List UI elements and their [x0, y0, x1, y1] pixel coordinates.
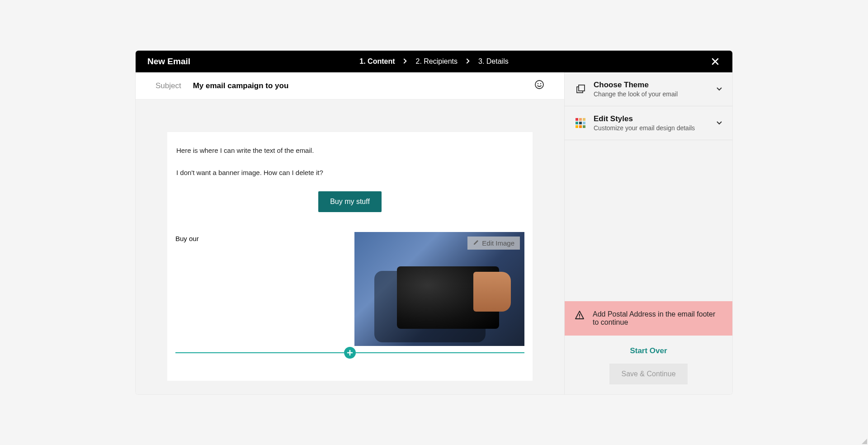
paragraph[interactable]: Here is where I can write the text of th… — [176, 146, 524, 156]
warning-banner: Add Postal Address in the email footer t… — [565, 301, 732, 336]
panel-text: Choose Theme Change the look of your ema… — [594, 80, 678, 98]
svg-rect-4 — [579, 85, 585, 91]
warning-icon — [575, 310, 585, 322]
left-column-text[interactable]: Buy our — [175, 232, 350, 346]
panel-title: Edit Styles — [594, 114, 695, 123]
panel-subtitle: Change the look of your email — [594, 90, 678, 98]
two-column-section[interactable]: Buy our Edit Image — [175, 232, 524, 346]
progress-steps: 1. Content 2. Recipients 3. Details — [359, 57, 508, 66]
step-details[interactable]: 3. Details — [478, 57, 509, 66]
page-title: New Email — [147, 57, 190, 66]
close-button[interactable] — [710, 56, 721, 67]
email-editor-modal: New Email 1. Content 2. Recipients 3. De… — [136, 51, 732, 394]
start-over-button[interactable]: Start Over — [630, 346, 667, 355]
edit-image-button[interactable]: Edit Image — [467, 237, 520, 250]
chevron-right-icon — [466, 58, 470, 66]
svg-point-2 — [540, 83, 541, 84]
panel-title: Choose Theme — [594, 80, 678, 90]
step-content[interactable]: 1. Content — [359, 57, 395, 66]
section-divider — [175, 352, 524, 353]
add-section-button[interactable] — [344, 347, 356, 359]
edit-image-label-text: Edit Image — [482, 239, 514, 247]
theme-icon — [575, 83, 586, 95]
svg-point-1 — [538, 83, 538, 84]
subject-label: Subject — [156, 81, 181, 90]
email-body-text[interactable]: Here is where I can write the text of th… — [175, 146, 524, 178]
edit-styles-panel[interactable]: Edit Styles Customize your email design … — [565, 106, 732, 140]
styles-icon — [575, 117, 586, 129]
sidebar-actions: Start Over Save & Continue — [565, 336, 732, 394]
email-canvas[interactable]: Here is where I can write the text of th… — [136, 99, 564, 394]
panel-text: Edit Styles Customize your email design … — [594, 114, 695, 132]
pencil-icon — [473, 239, 479, 247]
save-continue-button[interactable]: Save & Continue — [609, 364, 687, 384]
panel-subtitle: Customize your email design details — [594, 124, 695, 132]
chevron-down-icon — [716, 85, 722, 93]
top-bar: New Email 1. Content 2. Recipients 3. De… — [136, 51, 732, 72]
resize-handle-icon — [862, 439, 867, 444]
editor-pane: Subject My email campaign to you Here is… — [136, 72, 564, 394]
choose-theme-panel[interactable]: Choose Theme Change the look of your ema… — [565, 72, 732, 106]
chevron-down-icon — [716, 119, 722, 127]
chevron-right-icon — [403, 58, 408, 66]
svg-point-0 — [535, 80, 543, 89]
svg-point-6 — [579, 317, 580, 318]
cta-row: Buy my stuff — [175, 191, 524, 212]
email-card[interactable]: Here is where I can write the text of th… — [167, 132, 533, 381]
spacer — [565, 140, 732, 301]
cta-button[interactable]: Buy my stuff — [318, 191, 382, 212]
sidebar: Choose Theme Change the look of your ema… — [564, 72, 732, 394]
right-column-image[interactable]: Edit Image — [354, 232, 524, 346]
modal-body: Subject My email campaign to you Here is… — [136, 72, 732, 394]
paragraph[interactable]: I don't want a banner image. How can I d… — [176, 168, 524, 178]
warning-text: Add Postal Address in the email footer t… — [593, 310, 722, 327]
subject-input[interactable]: My email campaign to you — [193, 81, 289, 90]
step-recipients[interactable]: 2. Recipients — [416, 57, 458, 66]
emoji-icon[interactable] — [534, 80, 544, 92]
subject-bar: Subject My email campaign to you — [136, 72, 564, 99]
